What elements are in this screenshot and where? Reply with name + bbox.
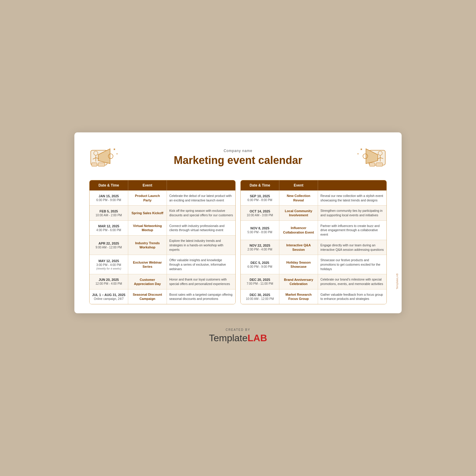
svg-rect-10 — [98, 163, 105, 166]
date-main: DEC 20, 2025 — [250, 278, 270, 281]
event-name-cell: Market Research Focus Group — [279, 289, 318, 304]
date-main: JUN 20, 2025 — [99, 278, 119, 281]
description-cell: Celebrate our brand's milestone with spe… — [318, 274, 386, 289]
date-time: 7:00 PM - 11:00 PM — [247, 282, 273, 285]
table-row: NOV 22, 20252:00 PM - 4:00 PMInteractive… — [241, 240, 386, 255]
table-row: MAR 12, 20254:00 PM - 6:00 PMVirtual Net… — [90, 220, 235, 235]
right-table-header: Date & Time Event — [241, 180, 386, 190]
date-time: 6:00 PM - 9:00 PM — [248, 265, 272, 268]
description-cell: Boost sales with a targeted campaign off… — [167, 289, 235, 304]
header: ★ ✦ Company name Marketing event calenda… — [89, 144, 387, 171]
left-col-event-header: Event — [128, 180, 167, 190]
date-time: 3:00 PM - 4:00 PM — [96, 263, 121, 267]
svg-text:✦: ✦ — [116, 153, 118, 155]
table-row: JUL 1 – AUG 31, 2025Online campaign, 24/… — [90, 289, 235, 304]
left-col-desc-header — [167, 180, 235, 190]
svg-point-3 — [94, 151, 98, 155]
description-cell: Gather valuable feedback from a focus gr… — [318, 289, 386, 304]
description-cell: Showcase our festive products and promot… — [318, 255, 386, 274]
event-name-cell: Seasonal Discount Campaign — [128, 289, 167, 304]
date-time: 9:00 AM - 12:00 PM — [95, 246, 122, 249]
svg-text:★: ★ — [113, 148, 116, 151]
description-cell: Kick off the spring season with exclusiv… — [167, 206, 235, 220]
brand-template: Template — [209, 333, 248, 343]
date-main: NOV 8, 2025 — [250, 226, 270, 230]
date-cell: MAY 12, 20253:00 PM - 4:00 PM(Weekly for… — [90, 255, 128, 274]
left-table: Date & Time Event JAN 15, 20256:00 PM - … — [89, 180, 236, 304]
date-time: 6:00 PM - 9:00 PM — [96, 198, 121, 202]
event-name: Industry Trends Workshop — [131, 241, 164, 250]
date-main: NOV 22, 2025 — [250, 244, 270, 247]
table-row: OCT 14, 202510:00 AM - 3:00 PMLocal Comm… — [241, 205, 386, 220]
date-main: JAN 15, 2025 — [99, 194, 119, 198]
date-main: OCT 14, 2025 — [250, 209, 270, 213]
date-main: MAR 12, 2025 — [98, 224, 119, 228]
table-row: MAY 12, 20253:00 PM - 4:00 PM(Weekly for… — [90, 255, 235, 274]
date-time: 6:00 PM - 8:00 PM — [248, 198, 272, 202]
event-name-cell: Virtual Networking Meetup — [128, 221, 167, 235]
event-name: Influencer Collaboration Event — [282, 226, 315, 234]
header-text: Company name Marketing event calendar — [131, 149, 345, 167]
right-illustration: ★ ✦ — [351, 144, 387, 171]
created-by-label: CREATED BY — [209, 328, 267, 331]
event-name-cell: Customer Appreciation Day — [128, 274, 167, 289]
date-cell: MAR 12, 20254:00 PM - 6:00 PM — [90, 221, 128, 235]
brand-name: TemplateLAB — [209, 333, 267, 344]
table-row: DEC 30, 202510:00 AM - 12:00 PMMarket Re… — [241, 289, 386, 304]
event-name: New Collection Reveal — [282, 194, 315, 202]
description-cell: Explore the latest industry trends and s… — [167, 236, 235, 255]
description-cell: Reveal our new collection with a stylish… — [318, 191, 386, 205]
event-name: Interactive Q&A Session — [282, 243, 315, 252]
calendar-page: ★ ✦ Company name Marketing event calenda… — [74, 132, 402, 313]
event-name-cell: Holiday Season Showcase — [279, 255, 318, 274]
event-name-cell: Local Community Involvement — [279, 206, 318, 220]
event-name: Holiday Season Showcase — [282, 260, 315, 269]
date-cell: FEB 5, 202510:00 AM - 2:00 PM — [90, 206, 128, 220]
table-row: JAN 15, 20256:00 PM - 9:00 PMProduct Lau… — [90, 190, 235, 205]
description-cell: Strengthen community ties by participati… — [318, 206, 386, 220]
footer-branding: CREATED BY TemplateLAB — [209, 328, 267, 344]
date-time: Online campaign, 24/7 — [94, 297, 123, 300]
description-cell: Engage directly with our team during an … — [318, 240, 386, 255]
event-name-cell: Product Launch Party — [128, 191, 167, 205]
event-name: Product Launch Party — [131, 194, 164, 202]
svg-rect-20 — [369, 163, 375, 166]
event-name: Customer Appreciation Day — [131, 278, 164, 286]
date-cell: NOV 8, 20255:00 PM - 8:00 PM — [241, 221, 279, 240]
table-row: NOV 8, 20255:00 PM - 8:00 PMInfluencer C… — [241, 220, 386, 240]
description-cell: Celebrate the debut of our latest produc… — [167, 191, 235, 205]
event-name-cell: Brand Anniversary Celebration — [279, 274, 318, 289]
brand-lab: LAB — [248, 333, 267, 343]
date-cell: DEC 20, 20257:00 PM - 11:00 PM — [241, 274, 279, 289]
table-row: APR 22, 20259:00 AM - 12:00 PMIndustry T… — [90, 235, 235, 255]
date-main: FEB 5, 2025 — [100, 209, 118, 213]
svg-rect-9 — [92, 163, 97, 166]
date-cell: JAN 15, 20256:00 PM - 9:00 PM — [90, 191, 128, 205]
date-time: 12:00 PM - 4:00 PM — [95, 282, 122, 285]
date-main: MAY 12, 2025 — [98, 259, 119, 263]
event-name: Market Research Focus Group — [282, 292, 315, 301]
left-col-date-header: Date & Time — [90, 180, 128, 190]
date-time: 2:00 PM - 4:00 PM — [248, 248, 272, 251]
date-main: DEC 30, 2025 — [250, 293, 270, 297]
description-cell: Offer valuable insights and knowledge th… — [167, 255, 235, 274]
event-name: Local Community Involvement — [282, 209, 315, 217]
event-name-cell: Interactive Q&A Session — [279, 240, 318, 255]
left-table-header: Date & Time Event — [90, 180, 235, 190]
date-time: 4:00 PM - 6:00 PM — [96, 228, 121, 232]
right-col-date-header: Date & Time — [241, 180, 279, 190]
calendar-title: Marketing event calendar — [131, 154, 345, 167]
date-time: 10:00 AM - 3:00 PM — [247, 214, 273, 217]
description-cell: Partner with influencers to create buzz … — [318, 221, 386, 240]
date-cell: DEC 5, 20256:00 PM - 9:00 PM — [241, 255, 279, 274]
event-name: Seasonal Discount Campaign — [131, 292, 164, 301]
event-name-cell: New Collection Reveal — [279, 191, 318, 205]
calendar-grid: Date & Time Event JAN 15, 20256:00 PM - … — [89, 180, 387, 304]
date-cell: APR 22, 20259:00 AM - 12:00 PM — [90, 236, 128, 255]
table-row: FEB 5, 202510:00 AM - 2:00 PMSpring Sale… — [90, 205, 235, 220]
table-row: DEC 5, 20256:00 PM - 9:00 PMHoliday Seas… — [241, 255, 386, 274]
date-cell: OCT 14, 202510:00 AM - 3:00 PM — [241, 206, 279, 220]
date-main: SEP 10, 2025 — [250, 194, 270, 198]
description-cell: Connect with industry professionals and … — [167, 221, 235, 235]
date-main: APR 22, 2025 — [98, 242, 119, 245]
